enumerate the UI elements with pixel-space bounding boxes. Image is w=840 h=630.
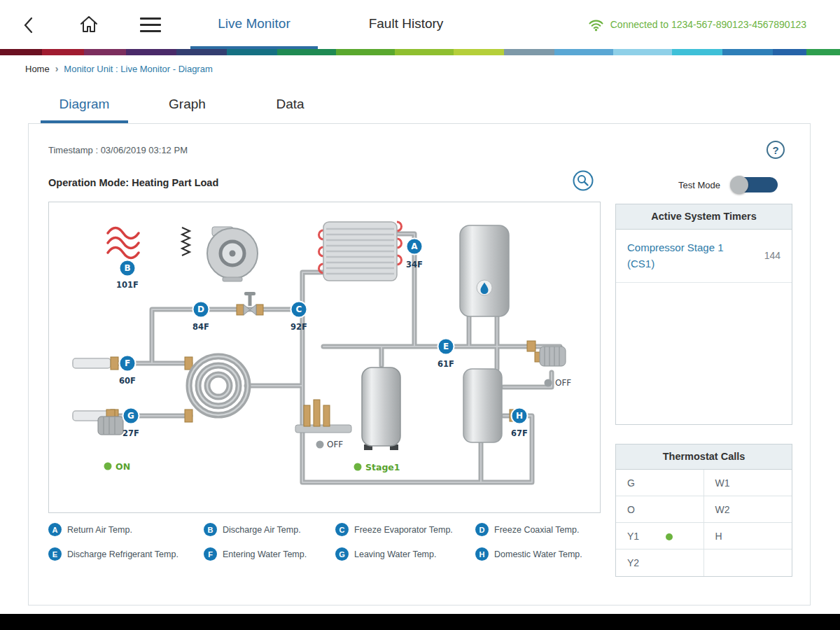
legend-badge-a: A bbox=[48, 523, 62, 536]
aux-pump-icon bbox=[535, 346, 566, 366]
legend-label-a: Return Air Temp. bbox=[67, 525, 132, 535]
chevron-right-icon: › bbox=[55, 63, 59, 74]
sensor-badge-b: B 101F bbox=[116, 260, 139, 290]
legend-badge-f: F bbox=[204, 547, 217, 561]
legend-item-g: GLeaving Water Temp. bbox=[335, 547, 475, 561]
thermostat-cell-y2-label: Y2 bbox=[627, 557, 639, 568]
legend-label-c: Freeze Evaporator Temp. bbox=[354, 525, 453, 535]
sensor-value-a: 34F bbox=[406, 260, 423, 270]
tab-diagram-label: Diagram bbox=[59, 97, 110, 111]
zoom-button[interactable] bbox=[573, 170, 594, 194]
tab-data[interactable]: Data bbox=[246, 91, 334, 123]
y1-active-indicator bbox=[666, 533, 673, 540]
timestamp: Timestamp : 03/06/2019 03:12 PM bbox=[48, 145, 188, 155]
sensor-value-c: 92F bbox=[290, 322, 307, 332]
back-button[interactable] bbox=[22, 16, 34, 37]
legend-badge-h: H bbox=[475, 547, 489, 561]
sensor-value-d: 84F bbox=[192, 322, 209, 332]
water-pipe-stub bbox=[73, 358, 111, 368]
tab-graph-label: Graph bbox=[169, 97, 206, 111]
bottom-bar bbox=[0, 614, 840, 630]
tab-fault-history[interactable]: Fault History bbox=[343, 0, 469, 49]
tab-live-monitor[interactable]: Live Monitor bbox=[190, 0, 318, 49]
thermostat-cell-g-label: G bbox=[627, 477, 635, 489]
thermostat-title: Thermostat Calls bbox=[616, 444, 792, 470]
test-mode-toggle[interactable] bbox=[732, 177, 778, 192]
legend-label-e: Discharge Refrigerant Temp. bbox=[67, 550, 178, 559]
tab-graph[interactable]: Graph bbox=[144, 91, 231, 123]
svg-text:ON: ON bbox=[115, 461, 130, 472]
brass-coupling bbox=[185, 410, 192, 422]
svg-text:C: C bbox=[296, 304, 302, 314]
sensor-value-g: 27F bbox=[122, 428, 139, 438]
pump-status: ON bbox=[104, 461, 131, 472]
home-button[interactable] bbox=[78, 14, 99, 37]
legend-item-d: DFreeze Coaxial Temp. bbox=[475, 523, 601, 536]
thermostat-cell-w2-label: W2 bbox=[715, 504, 730, 515]
test-mode-label: Test Mode bbox=[678, 180, 720, 190]
sensor-badge-e: E 61F bbox=[438, 339, 454, 370]
app-window: Live Monitor Fault History Connected to … bbox=[0, 0, 840, 630]
legend-badge-d: D bbox=[475, 523, 489, 536]
legend-item-a: AReturn Air Temp. bbox=[48, 523, 204, 536]
brand-stripe bbox=[0, 49, 840, 55]
help-glyph: ? bbox=[772, 144, 778, 156]
legend-item-c: CFreeze Evaporator Temp. bbox=[335, 523, 475, 536]
active-system-timers-panel: Active System Timers Compressor Stage 1 … bbox=[615, 204, 792, 425]
live-monitor-panel: Timestamp : 03/06/2019 03:12 PM ? Operat… bbox=[28, 123, 811, 606]
heater-coil-icon bbox=[182, 227, 190, 255]
legend-item-b: BDischarge Air Temp. bbox=[204, 523, 335, 536]
legend-item-e: EDischarge Refrigerant Temp. bbox=[48, 547, 204, 561]
menu-bar bbox=[140, 30, 161, 32]
svg-text:H: H bbox=[516, 411, 523, 421]
tab-data-label: Data bbox=[276, 97, 304, 111]
svg-text:OFF: OFF bbox=[555, 378, 571, 388]
evaporator-coil-icon bbox=[319, 222, 402, 281]
svg-text:Stage1: Stage1 bbox=[365, 462, 400, 472]
connection-text: Connected to 1234-567-890123-4567890123 bbox=[610, 19, 806, 30]
sensor-badge-h: H 67F bbox=[511, 408, 528, 439]
timer-name: Compressor Stage 1 (CS1) bbox=[627, 239, 736, 272]
tab-live-monitor-label: Live Monitor bbox=[218, 16, 290, 31]
compressor-stage-status: Stage1 bbox=[354, 462, 400, 472]
tab-diagram[interactable]: Diagram bbox=[41, 91, 128, 123]
chevron-left-icon bbox=[22, 16, 34, 34]
legend-item-f: FEntering Water Temp. bbox=[204, 547, 335, 561]
sensor-legend: AReturn Air Temp. BDischarge Air Temp. C… bbox=[48, 523, 612, 561]
sensor-value-h: 67F bbox=[511, 428, 528, 438]
breadcrumb-home[interactable]: Home bbox=[25, 64, 50, 74]
thermostat-cell-y1: Y1 bbox=[616, 523, 704, 550]
svg-text:D: D bbox=[197, 304, 204, 314]
thermostat-cell-h: H bbox=[704, 523, 792, 550]
brass-coupling bbox=[527, 341, 536, 351]
toggle-knob bbox=[730, 176, 748, 194]
sensor-value-f: 60F bbox=[119, 376, 136, 386]
sensor-badge-g: G 27F bbox=[122, 408, 139, 439]
sensor-badge-a: A 34F bbox=[406, 239, 423, 270]
content-tabs: Diagram Graph Data bbox=[41, 91, 349, 123]
timer-row: Compressor Stage 1 (CS1) 144 bbox=[616, 230, 792, 283]
compressor-icon bbox=[362, 368, 400, 450]
svg-text:A: A bbox=[411, 241, 418, 251]
thermostat-cell-empty bbox=[704, 550, 792, 576]
hvac-diagram: A 34F B 101F C 92F D 84F bbox=[49, 202, 600, 512]
sensor-value-b: 101F bbox=[116, 280, 139, 290]
legend-badge-c: C bbox=[335, 523, 349, 536]
thermostat-cell-o-label: O bbox=[627, 504, 635, 515]
domestic-hx-icon bbox=[463, 369, 502, 442]
legend-badge-g: G bbox=[335, 547, 349, 561]
top-bar: Live Monitor Fault History Connected to … bbox=[0, 0, 840, 49]
legend-badge-b: B bbox=[204, 523, 217, 536]
svg-text:B: B bbox=[124, 263, 130, 273]
right-off-status: OFF bbox=[545, 378, 572, 388]
breadcrumb-current: Monitor Unit : Live Monitor - Diagram bbox=[64, 64, 212, 74]
home-icon bbox=[78, 14, 99, 34]
thermostat-cell-h-label: H bbox=[715, 531, 722, 542]
help-button[interactable]: ? bbox=[766, 141, 785, 159]
thermostat-cell-w1-label: W1 bbox=[715, 477, 730, 489]
coaxial-coil-icon bbox=[189, 356, 248, 415]
svg-text:F: F bbox=[125, 358, 130, 368]
menu-bar bbox=[140, 18, 161, 20]
menu-button[interactable] bbox=[140, 18, 161, 36]
thermostat-grid: G W1 O W2 Y1 H Y2 bbox=[616, 470, 792, 576]
